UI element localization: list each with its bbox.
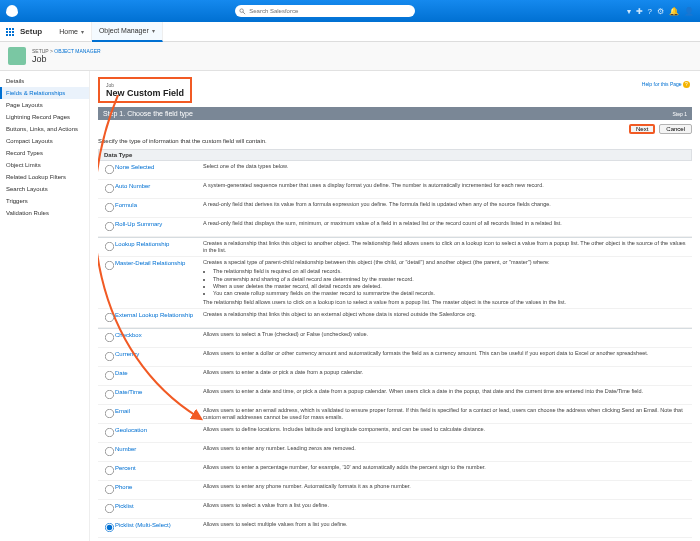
type-link-date[interactable]: Date: [115, 370, 128, 376]
help-link-label: Help for this Page: [642, 81, 682, 87]
type-link-picklist[interactable]: Picklist: [115, 503, 134, 509]
salesforce-logo[interactable]: [6, 5, 18, 17]
bell-icon[interactable]: 🔔: [669, 7, 679, 16]
sidebar-item-triggers[interactable]: Triggers: [0, 195, 89, 207]
type-desc: Allows users to enter a date or pick a d…: [203, 369, 687, 383]
sidebar-item-related-lookup-filters[interactable]: Related Lookup Filters: [0, 171, 89, 183]
step-bar: Step 1. Choose the field type Step 1: [98, 107, 692, 120]
type-link-master-detail-relationship[interactable]: Master-Detail Relationship: [115, 260, 185, 266]
type-link-roll-up-summary[interactable]: Roll-Up Summary: [115, 221, 162, 227]
radio-percent[interactable]: [105, 466, 114, 475]
sidebar-item-lightning-record-pages[interactable]: Lightning Record Pages: [0, 111, 89, 123]
type-row: PhoneAllows users to enter any phone num…: [98, 481, 692, 500]
radio-lookup-relationship[interactable]: [105, 242, 114, 251]
svg-line-1: [243, 11, 245, 13]
sidebar-item-details[interactable]: Details: [0, 75, 89, 87]
help-icon[interactable]: ?: [648, 7, 652, 16]
page-title-box: Job New Custom Field: [98, 77, 192, 103]
type-desc: Allows users to enter an email address, …: [203, 407, 687, 421]
global-header: ▾ ✚ ? ⚙ 🔔 👤: [0, 0, 700, 22]
type-link-phone[interactable]: Phone: [115, 484, 132, 490]
radio-checkbox[interactable]: [105, 333, 114, 342]
gear-icon[interactable]: ⚙: [657, 7, 664, 16]
radio-master-detail-relationship[interactable]: [105, 261, 114, 270]
type-row: Lookup RelationshipCreates a relationshi…: [98, 237, 692, 257]
type-desc: Allows users to select a True (checked) …: [203, 331, 687, 345]
type-link-none[interactable]: None Selected: [115, 164, 154, 170]
type-link-external-lookup-relationship[interactable]: External Lookup Relationship: [115, 312, 193, 318]
chevron-down-icon: ▾: [81, 28, 84, 35]
radio-picklist[interactable]: [105, 504, 114, 513]
cancel-button[interactable]: Cancel: [659, 124, 692, 134]
add-icon[interactable]: ✚: [636, 7, 643, 16]
type-row: EmailAllows users to enter an email addr…: [98, 405, 692, 424]
type-desc: A read-only field that displays the sum,…: [203, 220, 687, 234]
type-desc: Allows users to select multiple values f…: [203, 521, 687, 535]
radio-date-time[interactable]: [105, 390, 114, 399]
radio-email[interactable]: [105, 409, 114, 418]
page-header: SETUP > OBJECT MANAGER Job: [0, 42, 700, 71]
radio-auto-number[interactable]: [105, 184, 114, 193]
type-link-percent[interactable]: Percent: [115, 465, 136, 471]
radio-currency[interactable]: [105, 352, 114, 361]
type-desc: Allows users to select a value from a li…: [203, 502, 687, 516]
type-desc: Allows users to enter a percentage numbe…: [203, 464, 687, 478]
search-container: [24, 5, 627, 17]
step-title: Step 1. Choose the field type: [103, 110, 193, 117]
object-icon: [8, 47, 26, 65]
switcher-icon[interactable]: ▾: [627, 7, 631, 16]
main-content: Job New Custom Field Help for this Page …: [90, 71, 700, 541]
sidebar-item-search-layouts[interactable]: Search Layouts: [0, 183, 89, 195]
top-button-row: Next Cancel: [98, 124, 692, 134]
radio-roll-up-summary[interactable]: [105, 222, 114, 231]
object-title: Job: [32, 54, 101, 64]
search-input[interactable]: [249, 8, 411, 14]
radio-external-lookup-relationship[interactable]: [105, 313, 114, 322]
help-link[interactable]: Help for this Page ?: [642, 81, 690, 88]
sidebar: DetailsFields & RelationshipsPage Layout…: [0, 71, 90, 541]
tab-object-manager[interactable]: Object Manager▾: [92, 22, 163, 42]
type-link-auto-number[interactable]: Auto Number: [115, 183, 150, 189]
type-desc-none: Select one of the data types below.: [203, 163, 687, 177]
nav-bar: Setup Home▾ Object Manager▾: [0, 22, 700, 42]
radio-picklist-multi-select-[interactable]: [105, 523, 114, 532]
type-link-picklist-multi-select-[interactable]: Picklist (Multi-Select): [115, 522, 171, 528]
type-row: NumberAllows users to enter any number. …: [98, 443, 692, 462]
type-row: Roll-Up SummaryA read-only field that di…: [98, 218, 692, 237]
tab-om-label: Object Manager: [99, 27, 149, 34]
avatar-icon[interactable]: 👤: [684, 7, 694, 16]
sidebar-item-page-layouts[interactable]: Page Layouts: [0, 99, 89, 111]
type-desc: Allows users to enter any phone number. …: [203, 483, 687, 497]
next-button[interactable]: Next: [629, 124, 655, 134]
radio-number[interactable]: [105, 447, 114, 456]
sidebar-item-buttons-links-and-actions[interactable]: Buttons, Links, and Actions: [0, 123, 89, 135]
type-link-formula[interactable]: Formula: [115, 202, 137, 208]
type-row: Picklist (Multi-Select)Allows users to s…: [98, 519, 692, 538]
sidebar-item-object-limits[interactable]: Object Limits: [0, 159, 89, 171]
type-row: GeolocationAllows users to define locati…: [98, 424, 692, 443]
type-link-number[interactable]: Number: [115, 446, 136, 452]
sidebar-item-record-types[interactable]: Record Types: [0, 147, 89, 159]
radio-none-selected[interactable]: [105, 165, 114, 174]
app-launcher-icon[interactable]: [6, 28, 14, 36]
radio-date[interactable]: [105, 371, 114, 380]
radio-phone[interactable]: [105, 485, 114, 494]
breadcrumb-om-link[interactable]: OBJECT MANAGER: [54, 48, 100, 54]
tab-home[interactable]: Home▾: [52, 22, 92, 42]
type-link-date-time[interactable]: Date/Time: [115, 389, 142, 395]
type-link-lookup-relationship[interactable]: Lookup Relationship: [115, 241, 169, 247]
sidebar-item-compact-layouts[interactable]: Compact Layouts: [0, 135, 89, 147]
type-link-email[interactable]: Email: [115, 408, 130, 414]
type-link-currency[interactable]: Currency: [115, 351, 139, 357]
type-desc: A read-only field that derives its value…: [203, 201, 687, 215]
radio-geolocation[interactable]: [105, 428, 114, 437]
type-desc: Allows users to define locations. Includ…: [203, 426, 687, 440]
sidebar-item-validation-rules[interactable]: Validation Rules: [0, 207, 89, 219]
global-search[interactable]: [235, 5, 415, 17]
search-icon: [239, 8, 246, 15]
radio-formula[interactable]: [105, 203, 114, 212]
help-badge-icon: ?: [683, 81, 690, 88]
type-link-geolocation[interactable]: Geolocation: [115, 427, 147, 433]
type-link-checkbox[interactable]: Checkbox: [115, 332, 142, 338]
sidebar-item-fields-relationships[interactable]: Fields & Relationships: [0, 87, 89, 99]
